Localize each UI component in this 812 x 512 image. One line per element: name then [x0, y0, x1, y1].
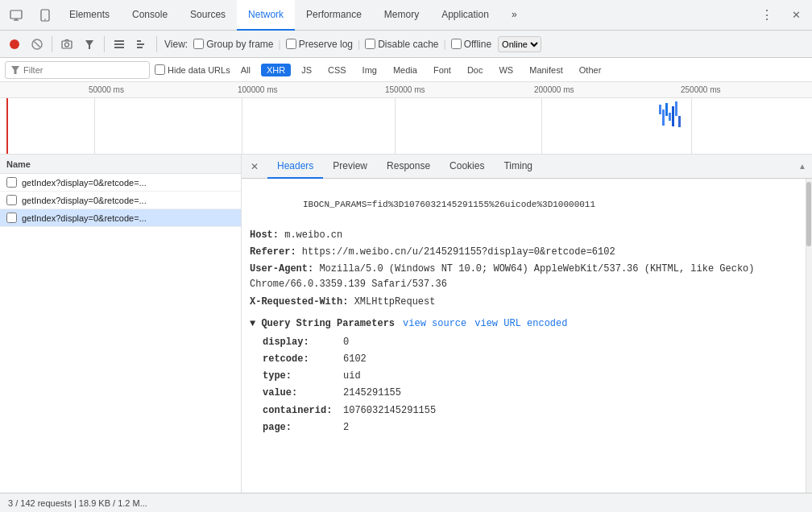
timeline-gridline-2: [242, 98, 242, 155]
timeline-gridline-1: [94, 98, 95, 155]
param-value-value: 2145291155: [343, 386, 401, 401]
stop-button[interactable]: [27, 35, 47, 54]
disable-cache-label[interactable]: Disable cache: [378, 39, 438, 50]
timeline-gridline-4: [541, 98, 542, 155]
tab-network[interactable]: Network: [237, 0, 295, 31]
filter-type-doc[interactable]: Doc: [462, 64, 489, 76]
filter-type-other[interactable]: Other: [574, 64, 607, 76]
tab-memory[interactable]: Memory: [373, 0, 430, 31]
timeline-mark-250000: 250000 ms: [681, 85, 720, 94]
group-by-frame-checkbox[interactable]: [193, 39, 204, 49]
more-options-icon[interactable]: ⋮: [754, 2, 780, 28]
offline-checkbox[interactable]: [451, 39, 462, 49]
filter-type-manifest[interactable]: Manifest: [524, 64, 569, 76]
timeline-bar-7: [678, 116, 681, 127]
list-view-button[interactable]: [110, 35, 129, 54]
preserve-log-checkbox-group: Preserve log: [286, 39, 353, 50]
request-item-selected[interactable]: getIndex?display=0&retcode=...: [0, 209, 241, 227]
timeline-mark-100000: 100000 ms: [238, 85, 277, 94]
details-tab-timing[interactable]: Timing: [494, 155, 542, 179]
scroll-up-button[interactable]: ▲: [796, 157, 809, 176]
request-name-3: getIndex?display=0&retcode=...: [22, 213, 147, 223]
preserve-log-label[interactable]: Preserve log: [299, 39, 353, 50]
view-source-link[interactable]: view source: [403, 316, 466, 332]
filter-type-img[interactable]: Img: [357, 64, 383, 76]
details-tab-response[interactable]: Response: [377, 155, 440, 179]
timeline-mark-200000: 200000 ms: [534, 85, 574, 94]
query-param-retcode: retcode: 6102: [263, 352, 798, 367]
details-panel: ✕ Headers Preview Response Cookies Timin…: [242, 155, 812, 493]
request-item[interactable]: getIndex?display=0&retcode=...: [0, 192, 241, 209]
svg-point-5: [10, 39, 19, 49]
timeline-bar-3: [665, 103, 668, 116]
filter-input[interactable]: [23, 65, 144, 75]
param-display-name: display:: [263, 335, 343, 350]
svg-rect-14: [137, 40, 141, 42]
requests-name-column-header: Name: [6, 159, 31, 169]
svg-marker-17: [11, 66, 19, 74]
param-containerid-value: 1076032145291155: [343, 403, 436, 419]
tab-console[interactable]: Console: [121, 0, 179, 31]
camera-button[interactable]: [57, 35, 77, 54]
filter-row: Hide data URLs All XHR JS CSS Img Media …: [0, 58, 812, 82]
offline-checkbox-group: Offline: [451, 39, 491, 50]
tab-bar-left: Elements Console Sources Network Perform…: [3, 0, 528, 31]
query-param-containerid: containerid: 1076032145291155: [263, 403, 798, 419]
tab-sources[interactable]: Sources: [179, 0, 237, 31]
details-scroll-thumb[interactable]: [806, 182, 811, 246]
request-checkbox-3[interactable]: [6, 213, 17, 223]
details-scrollbar[interactable]: [806, 179, 812, 493]
waterfall-button[interactable]: [132, 35, 151, 54]
filter-type-font[interactable]: Font: [428, 64, 457, 76]
timeline-ruler: 50000 ms 100000 ms 150000 ms 200000 ms 2…: [0, 82, 812, 98]
close-details-button[interactable]: ✕: [245, 157, 264, 176]
tab-performance[interactable]: Performance: [295, 0, 373, 31]
query-param-type: type: uid: [263, 369, 798, 384]
filter-button[interactable]: [80, 35, 99, 54]
referer-field-value: https://m.weibo.cn/u/2145291155?display=…: [302, 246, 615, 258]
toolbar-sep-1: |: [279, 39, 281, 50]
host-field-name: Host:: [250, 229, 279, 241]
tab-elements[interactable]: Elements: [58, 0, 121, 31]
timeline-mark-150000: 150000 ms: [385, 85, 425, 94]
group-by-frame-label[interactable]: Group by frame: [206, 39, 273, 50]
tab-more[interactable]: »: [500, 0, 528, 31]
svg-rect-16: [137, 47, 143, 48]
request-checkbox-1[interactable]: [6, 177, 17, 188]
filter-type-js[interactable]: JS: [296, 64, 317, 76]
timeline-gridline-3: [395, 98, 396, 155]
request-checkbox-2[interactable]: [6, 195, 17, 205]
filter-type-all[interactable]: All: [235, 64, 256, 76]
filter-type-css[interactable]: CSS: [322, 64, 352, 76]
details-tab-preview[interactable]: Preview: [323, 155, 377, 179]
toolbar: View: Group by frame | Preserve log | Di…: [0, 31, 812, 58]
close-icon: ✕: [251, 161, 259, 172]
disable-cache-checkbox[interactable]: [365, 39, 375, 49]
devtools-icon[interactable]: [3, 2, 29, 28]
timeline-mark-50000: 50000 ms: [89, 85, 124, 94]
offline-label[interactable]: Offline: [464, 39, 491, 50]
view-url-encoded-link[interactable]: view URL encoded: [474, 316, 567, 332]
filter-type-xhr[interactable]: XHR: [261, 64, 291, 76]
hide-data-urls-checkbox[interactable]: [155, 64, 165, 75]
svg-rect-11: [114, 40, 124, 42]
filter-type-media[interactable]: Media: [387, 64, 423, 76]
tab-application[interactable]: Application: [430, 0, 500, 31]
details-tab-headers[interactable]: Headers: [267, 155, 323, 179]
requests-panel: Name getIndex?display=0&retcode=... getI…: [0, 155, 242, 493]
disable-cache-checkbox-group: Disable cache: [365, 39, 438, 50]
mobile-icon[interactable]: [32, 2, 58, 28]
request-item[interactable]: getIndex?display=0&retcode=...: [0, 174, 241, 192]
details-tab-cookies[interactable]: Cookies: [440, 155, 494, 179]
details-tabs: ✕ Headers Preview Response Cookies Timin…: [242, 155, 812, 179]
hide-data-urls-label[interactable]: Hide data URLs: [168, 65, 230, 75]
online-select[interactable]: Online: [498, 36, 541, 52]
record-button[interactable]: [5, 35, 24, 54]
filter-type-ws[interactable]: WS: [493, 64, 519, 76]
param-containerid-name: containerid:: [263, 403, 343, 419]
preserve-log-checkbox[interactable]: [286, 39, 296, 49]
svg-rect-8: [62, 41, 72, 48]
timeline-gridline-5: [691, 98, 692, 155]
status-bar-text: 3 / 142 requests | 18.9 KB / 1.2 M...: [8, 498, 147, 508]
close-devtools-icon[interactable]: ✕: [783, 2, 809, 28]
